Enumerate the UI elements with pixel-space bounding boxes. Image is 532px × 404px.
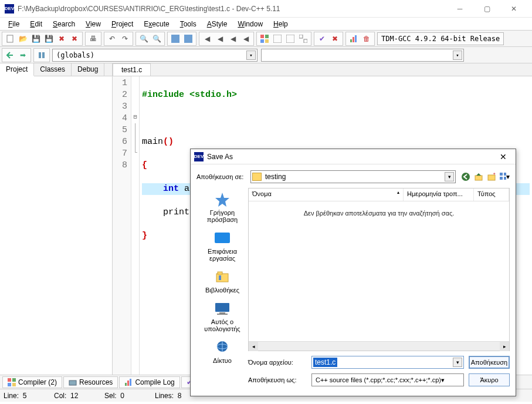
editor-tab-test1[interactable]: test1.c <box>113 63 151 76</box>
tab-classes[interactable]: Classes <box>34 63 72 76</box>
filetype-select[interactable]: C++ source files (*.cpp;*.cc;*.cxx;*.c++… <box>311 373 464 386</box>
place-desktop[interactable]: Επιφάνεια εργασίας <box>196 230 248 262</box>
place-quickaccess[interactable]: Γρήγορη πρόσβαση <box>196 191 248 223</box>
list-hscrollbar[interactable]: ◂ ▸ <box>249 341 509 351</box>
svg-rect-13 <box>355 35 357 42</box>
nav-up-icon[interactable] <box>473 171 484 182</box>
open-icon[interactable]: 📂 <box>17 33 29 45</box>
replace-icon[interactable]: 🔍 <box>151 33 162 45</box>
tab-project[interactable]: Project <box>0 63 34 76</box>
debug-icon[interactable] <box>272 33 283 45</box>
bottom-tab-resources[interactable]: Resources <box>63 376 118 388</box>
new-file-icon[interactable] <box>4 33 16 45</box>
redo-icon[interactable]: ↷ <box>119 33 131 45</box>
savein-combo[interactable]: testing ▾ <box>250 170 456 183</box>
menu-view[interactable]: View <box>81 19 106 29</box>
filename-label: Όνομα αρχείου: <box>248 359 307 366</box>
debug3-icon[interactable] <box>297 33 309 45</box>
code-token: main <box>142 137 163 147</box>
chart-icon <box>124 378 133 386</box>
menu-astyle[interactable]: AStyle <box>202 19 232 29</box>
svg-rect-15 <box>42 52 45 58</box>
print-icon[interactable]: 🖶 <box>87 33 99 45</box>
member-combo[interactable]: ▾ <box>261 49 464 62</box>
chevron-down-icon[interactable]: ▾ <box>441 376 445 384</box>
debug-next-icon[interactable]: ◀ <box>214 33 226 45</box>
closeall-icon[interactable]: ✖ <box>69 33 80 45</box>
window-minimize-button[interactable]: ─ <box>446 0 473 18</box>
window-maximize-button[interactable]: ▢ <box>473 0 500 18</box>
chevron-down-icon[interactable]: ▾ <box>246 51 256 60</box>
svg-rect-23 <box>130 379 131 386</box>
cancel2-icon[interactable]: ✖ <box>329 33 341 45</box>
place-libraries[interactable]: Βιβλιοθήκες <box>205 269 239 294</box>
nav-back-icon[interactable] <box>460 171 471 182</box>
find-icon[interactable]: 🔍 <box>138 33 150 45</box>
goto-fwd-icon[interactable]: ➡ <box>17 49 29 61</box>
grid-icon[interactable] <box>259 33 270 45</box>
saveall-icon[interactable]: 💾 <box>43 33 55 45</box>
debug-into-icon[interactable]: ◀ <box>227 33 239 45</box>
col-date[interactable]: Ημερομηνία τροπ... <box>404 188 474 201</box>
tab-debug[interactable]: Debug <box>72 63 104 76</box>
close-file-icon[interactable]: ✖ <box>56 33 67 45</box>
nav-viewmode-icon[interactable]: ▾ <box>499 171 510 182</box>
menu-edit[interactable]: Edit <box>25 19 47 29</box>
bottom-tab-compiler[interactable]: Compiler (2) <box>2 376 62 388</box>
code-token: } <box>142 231 147 241</box>
scroll-right-icon[interactable]: ▸ <box>500 342 509 351</box>
trash-icon[interactable]: 🗑 <box>361 33 372 45</box>
line-number: 8 <box>113 160 127 171</box>
check-icon[interactable]: ✔ <box>316 33 328 45</box>
bottom-tab-compilelog[interactable]: Compile Log <box>119 376 179 388</box>
window-close-button[interactable]: ✕ <box>500 0 527 18</box>
chevron-down-icon[interactable]: ▾ <box>445 172 454 181</box>
globals-combo-value: (globals) <box>56 51 94 59</box>
menu-project[interactable]: Project <box>107 19 138 29</box>
nav-newfolder-icon[interactable]: * <box>486 171 497 182</box>
save-button[interactable]: Αποθήκευση <box>469 356 510 369</box>
run-icon[interactable] <box>182 33 194 45</box>
network-icon <box>213 339 232 356</box>
cancel-button[interactable]: Άκυρο <box>469 373 510 386</box>
dialog-close-button[interactable]: ✕ <box>494 150 512 163</box>
menu-window[interactable]: Window <box>233 19 267 29</box>
col-name[interactable]: Όνομα ▴ <box>249 188 404 201</box>
menu-search[interactable]: Search <box>48 19 80 29</box>
place-thispc[interactable]: Αυτός ο υπολογιστής <box>196 301 248 332</box>
chart-icon[interactable] <box>348 33 360 45</box>
bookmark-icon[interactable] <box>36 49 48 61</box>
scroll-left-icon[interactable]: ◂ <box>249 342 258 351</box>
place-label: Επιφάνεια εργασίας <box>196 248 248 262</box>
col-type[interactable]: Τύπος <box>474 188 509 201</box>
line-number: 6 <box>113 136 127 148</box>
undo-icon[interactable]: ↶ <box>106 33 118 45</box>
menu-help[interactable]: Help <box>269 19 293 29</box>
place-network[interactable]: Δίκτυο <box>213 339 232 364</box>
line-number: 4 <box>113 113 127 124</box>
chevron-down-icon[interactable]: ▾ <box>453 51 462 60</box>
goto-back-icon[interactable] <box>4 49 16 61</box>
globals-combo[interactable]: (globals) ▾ <box>52 49 257 62</box>
menu-execute[interactable]: Execute <box>139 19 174 29</box>
dialog-titlebar[interactable]: DEV Save As ✕ <box>191 149 516 164</box>
menu-tools[interactable]: Tools <box>175 19 201 29</box>
filename-input[interactable]: test1.c ▾ <box>311 356 464 369</box>
svg-rect-38 <box>217 314 228 315</box>
save-icon[interactable]: 💾 <box>30 33 42 45</box>
main-toolbar: 📂 💾 💾 ✖ ✖ 🖶 ↶ ↷ 🔍 🔍 ◀ ◀ ◀ ◀ ✔ ✖ 🗑 TDM-GC… <box>0 31 532 47</box>
left-panel: Project Classes Debug <box>0 63 113 375</box>
menu-file[interactable]: File <box>4 19 24 29</box>
debug2-icon[interactable] <box>284 33 296 45</box>
grid-icon <box>8 378 16 386</box>
file-listview[interactable]: Όνομα ▴ Ημερομηνία τροπ... Τύπος Δεν βρέ… <box>248 188 510 351</box>
debug-stop-icon[interactable]: ◀ <box>240 33 252 45</box>
compiler-select[interactable]: TDM-GCC 4.9.2 64-bit Release <box>377 32 504 45</box>
line-number: 5 <box>113 124 127 136</box>
chevron-down-icon[interactable]: ▾ <box>453 358 462 367</box>
compile-icon[interactable] <box>170 33 181 45</box>
svg-rect-25 <box>475 176 482 180</box>
app-icon: DEV <box>194 152 204 161</box>
fold-toggle-icon[interactable]: ⊟ <box>131 112 139 123</box>
debug-step-icon[interactable]: ◀ <box>201 33 213 45</box>
